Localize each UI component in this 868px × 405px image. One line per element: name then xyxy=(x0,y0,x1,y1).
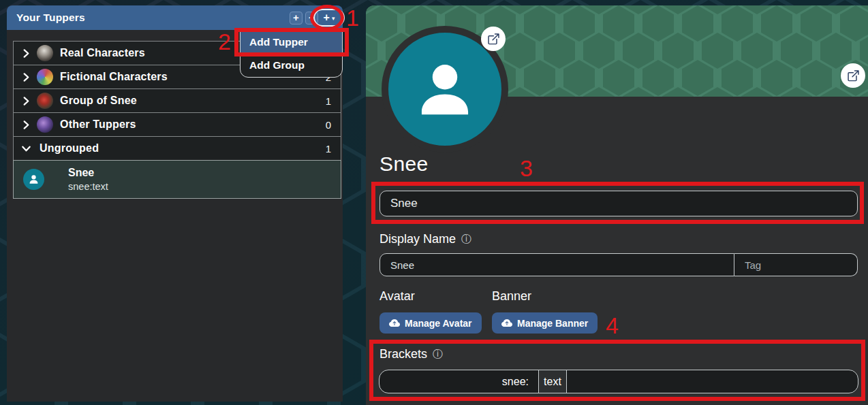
menu-item-add-group[interactable]: Add Group xyxy=(241,54,342,77)
chevron-down-icon: ▾ xyxy=(332,16,335,22)
group-row-other-tuppers[interactable]: Other Tuppers 0 xyxy=(13,112,341,137)
chevron-right-icon xyxy=(21,96,31,106)
grayscale-portrait-avatar xyxy=(37,45,53,61)
manage-banner-button[interactable]: Manage Banner xyxy=(492,312,598,334)
display-name-input[interactable] xyxy=(379,253,734,276)
brackets-input-group: text xyxy=(379,370,858,393)
tupper-editor-panel: Snee Display Name ⓘ Avatar Banner Manage… xyxy=(366,5,868,405)
person-icon xyxy=(23,169,44,190)
info-circle-icon[interactable]: ⓘ xyxy=(461,233,471,246)
tupperbox-dashboard: { "left_panel": { "title": "Your Tuppers… xyxy=(0,0,868,405)
add-menu: Add Tupper Add Group xyxy=(240,30,343,78)
name-input[interactable] xyxy=(379,191,858,216)
box-arrow-up-right-icon xyxy=(488,33,499,45)
plus-square-icon: + xyxy=(293,12,299,23)
panel-title: Your Tuppers xyxy=(16,12,85,24)
group-row-ungrouped[interactable]: Ungrouped 1 xyxy=(13,136,341,161)
expand-all-button[interactable]: + xyxy=(290,12,303,25)
group-name: Other Tuppers xyxy=(60,118,136,131)
display-name-label: Display Name ⓘ xyxy=(379,232,471,246)
tupper-name: Snee xyxy=(68,167,108,179)
tag-input[interactable] xyxy=(734,253,858,276)
bracket-suffix-input[interactable] xyxy=(567,370,858,393)
info-circle-icon[interactable]: ⓘ xyxy=(433,348,443,361)
group-name: Ungrouped xyxy=(40,142,99,155)
tupper-brackets: snee:text xyxy=(68,181,108,192)
chevron-down-icon xyxy=(21,144,31,154)
person-icon xyxy=(407,51,483,127)
bracket-text-placeholder: text xyxy=(538,370,567,393)
chevron-right-icon xyxy=(21,120,31,130)
chevron-right-icon xyxy=(21,72,31,82)
cloud-upload-icon xyxy=(501,318,512,329)
group-name: Fictional Characters xyxy=(60,71,168,83)
banner-label: Banner xyxy=(492,289,531,304)
avatar-label: Avatar xyxy=(379,289,415,304)
box-arrow-up-right-icon xyxy=(848,70,859,82)
group-name: Real Characters xyxy=(60,47,145,59)
group-name: Group of Snee xyxy=(60,95,137,107)
manage-avatar-button[interactable]: Manage Avatar xyxy=(379,312,482,334)
group-count: 1 xyxy=(326,143,331,155)
group-count: 1 xyxy=(326,95,331,107)
rainbow-collage-avatar xyxy=(37,69,53,85)
chevron-right-icon xyxy=(21,48,31,59)
tupper-title: Snee xyxy=(379,152,429,176)
group-row-group-of-snee[interactable]: Group of Snee 1 xyxy=(13,88,341,113)
menu-item-add-tupper[interactable]: Add Tupper xyxy=(241,31,342,54)
open-banner-button[interactable] xyxy=(841,63,865,88)
bracket-prefix-input[interactable] xyxy=(379,370,538,393)
open-avatar-button[interactable] xyxy=(481,27,506,51)
plus-icon: + xyxy=(324,12,330,23)
purple-collage-avatar xyxy=(37,116,53,133)
cloud-upload-icon xyxy=(389,318,400,329)
add-dropdown-toggle[interactable]: + ▾ xyxy=(313,9,345,27)
brackets-label: Brackets ⓘ xyxy=(379,347,443,361)
tupper-list-item-snee[interactable]: Snee snee:text xyxy=(13,160,341,199)
group-count: 0 xyxy=(326,119,331,131)
red-flower-avatar xyxy=(37,93,53,109)
